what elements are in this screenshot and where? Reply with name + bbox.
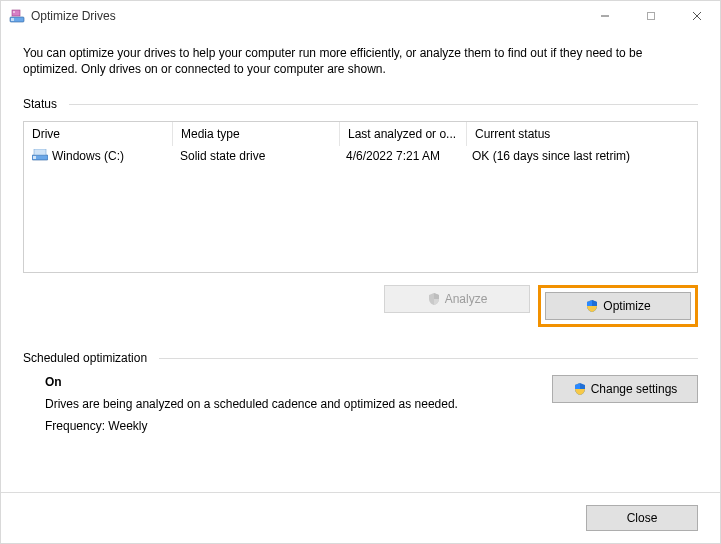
optimize-label: Optimize <box>603 299 650 313</box>
drive-cell-status: OK (16 days since last retrim) <box>464 149 697 163</box>
change-settings-button[interactable]: Change settings <box>552 375 698 403</box>
column-media[interactable]: Media type <box>173 122 340 146</box>
close-label: Close <box>627 511 658 525</box>
optimize-drives-window: Optimize Drives You can optimize your dr… <box>0 0 721 544</box>
drive-name-text: Windows (C:) <box>52 149 124 163</box>
divider <box>159 358 698 359</box>
titlebar: Optimize Drives <box>1 1 720 31</box>
svg-rect-5 <box>648 13 655 20</box>
scheduled-desc: Drives are being analyzed on a scheduled… <box>45 397 552 411</box>
svg-rect-1 <box>11 18 14 21</box>
drive-list-header[interactable]: Drive Media type Last analyzed or o... C… <box>24 122 697 146</box>
close-button[interactable]: Close <box>586 505 698 531</box>
scheduled-section-header: Scheduled optimization <box>23 351 698 365</box>
drive-list[interactable]: Drive Media type Last analyzed or o... C… <box>23 121 698 273</box>
drive-actions: Analyze Optimize <box>23 285 698 327</box>
close-window-button[interactable] <box>674 1 720 31</box>
drive-cell-media: Solid state drive <box>172 149 338 163</box>
drive-row[interactable]: Windows (C:) Solid state drive 4/6/2022 … <box>24 146 697 166</box>
column-status[interactable]: Current status <box>467 122 697 146</box>
column-last[interactable]: Last analyzed or o... <box>340 122 467 146</box>
footer: Close <box>1 492 720 543</box>
shield-icon <box>427 292 441 306</box>
optimize-highlight: Optimize <box>538 285 698 327</box>
svg-rect-3 <box>13 11 15 13</box>
change-settings-label: Change settings <box>591 382 678 396</box>
scheduled-frequency: Frequency: Weekly <box>45 419 552 433</box>
status-section-header: Status <box>23 97 698 111</box>
scheduled-info: On Drives are being analyzed on a schedu… <box>45 375 552 441</box>
svg-rect-10 <box>33 156 36 159</box>
drive-icon <box>32 149 48 164</box>
window-title: Optimize Drives <box>31 9 116 23</box>
intro-text: You can optimize your drives to help you… <box>23 45 683 77</box>
status-label: Status <box>23 97 57 111</box>
maximize-button[interactable] <box>628 1 674 31</box>
divider <box>69 104 698 105</box>
analyze-label: Analyze <box>445 292 488 306</box>
drive-cell-name: Windows (C:) <box>24 149 172 164</box>
optimize-button[interactable]: Optimize <box>545 292 691 320</box>
analyze-button: Analyze <box>384 285 530 313</box>
scheduled-label: Scheduled optimization <box>23 351 147 365</box>
shield-icon <box>573 382 587 396</box>
client-area: You can optimize your drives to help you… <box>1 31 720 492</box>
scheduled-body: On Drives are being analyzed on a schedu… <box>23 375 698 441</box>
svg-rect-9 <box>34 149 46 155</box>
column-drive[interactable]: Drive <box>24 122 173 146</box>
minimize-button[interactable] <box>582 1 628 31</box>
drive-cell-last: 4/6/2022 7:21 AM <box>338 149 464 163</box>
app-icon <box>9 8 25 24</box>
shield-icon <box>585 299 599 313</box>
scheduled-state: On <box>45 375 552 389</box>
